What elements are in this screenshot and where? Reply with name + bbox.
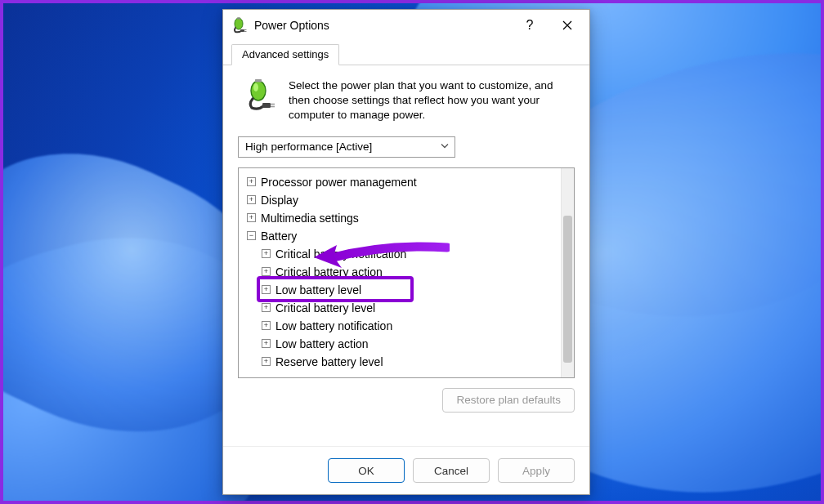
dialog-footer: OK Cancel Apply <box>223 446 589 494</box>
titlebar[interactable]: Power Options ? <box>223 10 589 41</box>
expand-icon[interactable]: + <box>262 321 271 330</box>
cancel-button[interactable]: Cancel <box>413 458 490 483</box>
apply-button[interactable]: Apply <box>498 458 575 483</box>
expand-icon[interactable]: + <box>262 249 271 258</box>
tree-scrollbar[interactable] <box>561 168 574 377</box>
expand-icon[interactable]: + <box>262 303 271 312</box>
tree-item[interactable]: −Battery <box>247 227 556 245</box>
help-icon: ? <box>526 18 534 33</box>
tree-item-label: Low battery notification <box>275 317 392 335</box>
power-plan-selected: High performance [Active] <box>245 140 372 153</box>
tree-item-label: Multimedia settings <box>261 209 359 227</box>
close-icon <box>562 20 572 30</box>
svg-point-10 <box>253 83 258 91</box>
tree-item-label: Display <box>261 191 298 209</box>
tree-item[interactable]: +Critical battery action <box>247 263 556 281</box>
tab-advanced-settings[interactable]: Advanced settings <box>231 44 339 65</box>
intro-row: Select the power plan that you want to c… <box>238 77 575 135</box>
tree-item[interactable]: +Multimedia settings <box>247 209 556 227</box>
tree-item[interactable]: +Critical battery notification <box>247 245 556 263</box>
close-button[interactable] <box>552 13 583 38</box>
tree-item-label: Critical battery action <box>275 263 383 281</box>
tab-page: Select the power plan that you want to c… <box>223 65 589 446</box>
svg-rect-11 <box>255 79 262 83</box>
tree-item[interactable]: +Critical battery level <box>247 299 556 317</box>
tree-item-label: Reserve battery level <box>275 353 383 371</box>
tree-item-label: Processor power management <box>261 173 417 191</box>
expand-icon[interactable]: + <box>247 195 256 204</box>
tree-item[interactable]: +Low battery level <box>247 281 556 299</box>
restore-row: Restore plan defaults <box>238 378 575 416</box>
chevron-down-icon <box>440 140 450 153</box>
tree-item-label: Low battery level <box>275 281 361 299</box>
collapse-icon[interactable]: − <box>247 231 256 240</box>
tree-item-label: Battery <box>261 227 297 245</box>
tab-strip: Advanced settings <box>223 41 589 65</box>
tree-item-label: Low battery action <box>275 335 369 353</box>
ok-button[interactable]: OK <box>328 458 405 483</box>
svg-rect-3 <box>240 29 244 32</box>
tree-item[interactable]: +Processor power management <box>247 173 556 191</box>
expand-icon[interactable]: + <box>247 177 256 186</box>
tree-item[interactable]: +Display <box>247 191 556 209</box>
help-button[interactable]: ? <box>514 13 545 38</box>
expand-icon[interactable]: + <box>262 267 271 276</box>
expand-icon[interactable]: + <box>247 213 256 222</box>
settings-tree[interactable]: +Processor power management+Display+Mult… <box>239 168 561 377</box>
expand-icon[interactable]: + <box>262 285 271 294</box>
tree-item-label: Critical battery notification <box>275 245 406 263</box>
power-plan-select[interactable]: High performance [Active] <box>238 136 455 158</box>
dialog-title: Power Options <box>254 19 508 32</box>
scrollbar-thumb[interactable] <box>563 216 572 363</box>
restore-plan-defaults-button[interactable]: Restore plan defaults <box>442 388 575 413</box>
tree-item-label: Critical battery level <box>275 299 375 317</box>
tree-item[interactable]: +Reserve battery level <box>247 353 556 371</box>
battery-plug-icon <box>231 17 248 33</box>
power-options-dialog: Power Options ? Advanced settings <box>222 9 590 495</box>
settings-tree-box: +Processor power management+Display+Mult… <box>238 167 575 378</box>
expand-icon[interactable]: + <box>262 339 271 348</box>
svg-rect-2 <box>237 18 240 20</box>
svg-rect-12 <box>262 103 271 108</box>
tree-item[interactable]: +Low battery notification <box>247 317 556 335</box>
tree-item[interactable]: +Low battery action <box>247 335 556 353</box>
battery-plug-large-icon <box>244 78 277 123</box>
intro-text: Select the power plan that you want to c… <box>289 78 571 123</box>
expand-icon[interactable]: + <box>262 357 271 366</box>
